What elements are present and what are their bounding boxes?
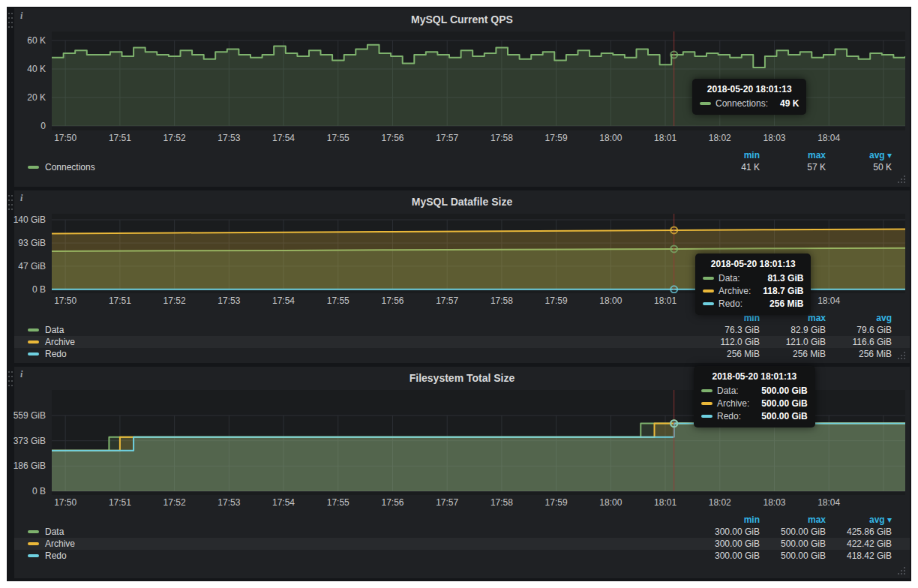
panel-drag-handle[interactable] [8,370,14,388]
legend-max-value: 121.0 GiB [760,336,826,348]
x-tick-label: 17:56 [376,497,409,508]
x-tick-label: 18:03 [758,497,790,508]
x-tick-label: 17:53 [212,133,245,143]
legend-avg-value: 116.6 GiB [826,336,892,348]
legend-series-toggle[interactable]: Redo [14,550,694,562]
x-tick-label: 18:04 [812,133,845,143]
tooltip-series-name: Redo: [718,298,742,309]
legend-series-toggle[interactable]: Archive [14,538,694,550]
panel-info-icon[interactable]: i [14,8,34,28]
legend-series-label: Archive [45,336,75,348]
legend-sort-max[interactable]: max [760,149,826,161]
series-color-dash [28,328,39,332]
legend-avg-value: 79.6 GiB [826,324,892,336]
x-tick-label: 18:00 [594,497,627,508]
tooltip-timestamp: 2018-05-20 18:01:13 [701,371,808,382]
x-tick-label: 17:58 [485,497,518,508]
legend-sort-avg[interactable]: avg ▾ [826,514,892,526]
x-tick-label: 18:01 [649,296,682,306]
legend-series-toggle[interactable]: Redo [14,348,694,360]
tooltip-series-value: 500.00 GiB [749,386,807,396]
info-icon: i [20,369,22,380]
panel-info-icon[interactable]: i [14,367,34,386]
panel-title[interactable]: MySQL Datafile Size [14,190,910,212]
x-tick-label: 17:55 [322,133,355,143]
legend-series-toggle[interactable]: Data [14,324,694,336]
legend-max-value: 57 K [760,161,826,173]
tooltip-series-row: Redo: 500.00 GiB [701,411,808,422]
series-color-dash [28,554,39,557]
legend-min-value: 300.00 GiB [694,526,760,538]
legend-row-connections: Connections 41 K 57 K 50 K [14,161,910,173]
series-color-dash [703,277,714,280]
y-axis: 559 GiB373 GiB186 GiB0 B [14,390,52,495]
x-tick-label: 17:58 [485,296,518,306]
series-color-dash [703,302,714,305]
series-color-dash [701,389,712,392]
panel-resize-handle[interactable] [904,358,905,359]
y-tick-label: 20 K [27,92,46,103]
x-tick-label: 18:02 [704,497,736,508]
x-tick-label: 17:52 [158,133,191,143]
tooltip-series-value: 500.00 GiB [749,398,807,409]
legend-sort-avg[interactable]: avg ▾ [826,149,892,161]
x-tick-label: 17:55 [322,497,355,508]
x-tick-label: 18:00 [594,296,627,306]
tooltip-series-row: Connections: 49 K [700,98,799,109]
series-color-dash [701,415,712,418]
tooltip-series-value: 118.7 GiB [751,286,803,296]
panel-drag-handle[interactable] [8,194,14,212]
x-tick-label: 17:53 [212,296,245,306]
legend-series-label: Archive [45,538,75,550]
legend-sort-max[interactable]: max [760,514,826,526]
panel-resize-handle[interactable] [904,573,905,574]
x-tick-label: 18:01 [649,497,682,508]
legend-row-redo: Redo 256 MiB 256 MiB 256 MiB [14,348,910,360]
legend: min max avg Data 76.3 GiB 82.9 GiB 79.6 … [14,312,910,360]
graph-tooltip-filesystem: 2018-05-20 18:01:13 Data: 500.00 GiB Arc… [694,366,815,428]
x-tick-label: 17:52 [158,497,191,508]
legend-header-row: min max avg ▾ [14,149,910,161]
y-tick-label: 47 GiB [18,261,46,272]
series-color-dash [28,530,39,533]
legend-series-toggle[interactable]: Connections [14,161,694,173]
series-color-dash [703,290,714,292]
x-tick-label: 17:56 [376,296,409,306]
y-axis: 60 K40 K20 K0 [14,32,52,130]
legend-row-archive: Archive 112.0 GiB 121.0 GiB 116.6 GiB [14,336,910,348]
legend-header-row: min max avg ▾ [14,514,910,526]
series-color-dash [701,402,712,405]
legend-series-label: Redo [45,348,67,360]
x-axis: 17:5017:5117:5217:5317:5417:5517:5617:57… [52,495,905,508]
panel-info-icon[interactable]: i [14,190,34,210]
tooltip-series-name: Archive: [718,286,751,296]
tooltip-series-row: Data: 81.3 GiB [703,273,803,284]
y-axis: 140 GiB93 GiB47 GiB0 B [14,214,52,293]
x-tick-label: 17:54 [267,497,300,508]
x-tick-label: 17:59 [540,296,573,306]
legend-series-toggle[interactable]: Archive [14,336,694,348]
tooltip-series-value: 49 K [768,98,799,109]
x-tick-label: 18:04 [812,296,845,306]
panel-title[interactable]: MySQL Current QPS [14,8,910,30]
panel-resize-handle[interactable] [904,182,905,183]
x-tick-label: 17:55 [322,296,355,306]
tooltip-series-value: 500.00 GiB [749,411,807,422]
y-tick-label: 40 K [27,64,46,74]
legend-min-value: 41 K [694,161,760,173]
panel-drag-handle[interactable] [8,11,14,29]
legend-sort-min[interactable]: min [694,149,760,161]
y-tick-label: 140 GiB [14,214,46,225]
y-tick-label: 93 GiB [18,238,46,248]
tooltip-series-name: Data: [718,273,740,284]
legend-sort-min[interactable]: min [694,514,760,526]
legend-row-archive: Archive 300.00 GiB 500.00 GiB 422.42 GiB [14,538,910,550]
legend-series-toggle[interactable]: Data [14,526,694,538]
tooltip-series-name: Data: [717,386,739,396]
legend-min-value: 256 MiB [694,348,760,360]
legend-series-label: Connections [45,161,95,173]
graph-tooltip-datafile: 2018-05-20 18:01:13 Data: 81.3 GiB Archi… [695,254,811,315]
x-tick-label: 18:03 [758,133,790,143]
legend-sort-avg[interactable]: avg [826,312,892,324]
graph-tooltip-qps: 2018-05-20 18:01:13 Connections: 49 K [692,79,806,115]
